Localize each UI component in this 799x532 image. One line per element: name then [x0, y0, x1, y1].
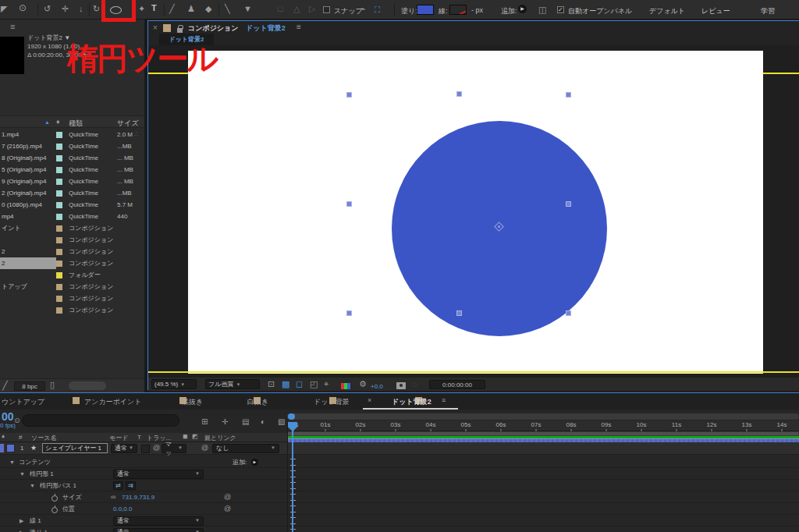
region-of-interest-icon[interactable]: ◰: [310, 380, 318, 388]
puppet-pin-tool-icon[interactable]: ▼: [243, 5, 252, 13]
selection-handle[interactable]: [346, 310, 352, 316]
rotation-tool-icon[interactable]: ↻: [93, 5, 100, 13]
selection-handle[interactable]: [566, 201, 571, 207]
exposure-gear-icon[interactable]: ⚙: [359, 380, 367, 388]
stroke-width-value[interactable]: - px: [471, 6, 483, 14]
add-property-button[interactable]: ▶: [251, 459, 258, 466]
group-blend-mode-dropdown[interactable]: 通常▼: [113, 470, 204, 479]
selection-handle[interactable]: [566, 310, 571, 316]
panel-menu-icon[interactable]: ≡: [297, 23, 301, 31]
stopwatch-icon[interactable]: [51, 495, 58, 502]
selection-handle[interactable]: [566, 92, 571, 98]
fill-blend-mode-dropdown[interactable]: 通常▼: [113, 528, 204, 532]
magnification-dropdown[interactable]: (49.5 %)▼: [151, 379, 197, 389]
project-row[interactable]: mp4QuickTime440: [0, 211, 144, 222]
auto-open-panels-checkbox[interactable]: [557, 6, 564, 13]
text-tool-icon[interactable]: T: [151, 4, 157, 12]
transfer-modes-icon[interactable]: ◩: [192, 434, 198, 440]
project-row[interactable]: 5 (Original).mp4QuickTime... MB: [0, 164, 144, 176]
tab-menu-icon[interactable]: ≡: [442, 396, 446, 404]
motion-blur-icon[interactable]: ◐: [261, 417, 265, 426]
resolution-dropdown[interactable]: フル画質▼: [205, 379, 260, 389]
expander-icon[interactable]: ▼: [9, 456, 15, 468]
add-play-button[interactable]: ▶: [518, 5, 527, 13]
bit-depth-button[interactable]: 8 bpc: [14, 381, 45, 391]
parent-link-column-header[interactable]: 親とリンク: [204, 434, 236, 442]
selection-handle[interactable]: [346, 201, 352, 207]
project-row[interactable]: コンポジション: [0, 304, 144, 316]
crop-region-icon[interactable]: ⌖: [324, 380, 328, 388]
project-row[interactable]: 9 (Original).mp4QuickTime... MB: [0, 176, 144, 187]
pan-camera-tool-icon[interactable]: ✛: [62, 5, 69, 13]
ellipse-path-row[interactable]: ▼ 楕円形パス 1 ⇄ ⇉: [0, 480, 799, 491]
snap-checkbox[interactable]: [323, 6, 330, 13]
tab-anchorpoint[interactable]: アンカーポイント: [84, 397, 141, 407]
timeline-scrollbar-thumb[interactable]: [288, 413, 295, 420]
project-row[interactable]: 0 (1080p).mp4QuickTime5.7 M: [0, 199, 144, 211]
fill-group-row[interactable]: ▶ 塗り 1 通常▼: [0, 527, 799, 532]
panel-layout-icon[interactable]: ◫: [538, 5, 546, 14]
path-direction-icon[interactable]: ⇉: [126, 481, 136, 490]
project-row[interactable]: 2 (Original).mp4QuickTime...MB: [0, 187, 144, 199]
layer-color-label[interactable]: [6, 444, 15, 452]
stopwatch-icon[interactable]: [51, 507, 58, 513]
brush-tool-icon[interactable]: ╱: [169, 5, 175, 13]
choose-grid-icon[interactable]: ⊡: [268, 380, 275, 388]
draft-3d-icon[interactable]: ✛: [222, 417, 228, 426]
selected-comp-name[interactable]: ドット背景2 ▼: [27, 34, 70, 42]
selection-handle[interactable]: [456, 310, 462, 316]
layer-row[interactable]: 1 ★ シェイプレイヤー 1 通常▼ @ マッ▼ @ なし▼: [0, 442, 799, 455]
panel-menu-icon[interactable]: ≡: [10, 22, 15, 31]
type-column-header[interactable]: 種類: [69, 119, 83, 129]
trkmat-pick-whip-icon[interactable]: @: [153, 442, 160, 454]
mode-column-header[interactable]: モード: [109, 434, 128, 442]
transparency-grid-icon[interactable]: ▩: [282, 380, 289, 388]
clone-stamp-tool-icon[interactable]: ♟: [187, 5, 195, 13]
ellipse-group-row[interactable]: ▼ 楕円形 1 通常▼: [0, 468, 799, 480]
tab-shironuki[interactable]: 白抜き: [247, 397, 268, 407]
project-row[interactable]: 7 (2160p).mp4QuickTime...MB: [0, 140, 144, 152]
current-timecode[interactable]: 00: [2, 410, 14, 423]
blend-mode-dropdown[interactable]: 通常▼: [111, 444, 137, 453]
mini-flowchart-icon[interactable]: ⊞: [201, 417, 208, 426]
tab-countup[interactable]: ウントアップ: [2, 397, 44, 407]
size-value[interactable]: 731.9,731.9: [122, 491, 154, 503]
sort-ascending-icon[interactable]: ▲: [44, 119, 50, 125]
parent-pick-whip-icon[interactable]: @: [201, 442, 208, 454]
viewer-timecode[interactable]: 0:00:00:00: [429, 380, 485, 389]
tab-dot-bg2-active[interactable]: ドット背景2: [392, 397, 431, 407]
label-column-icon[interactable]: ♦: [56, 119, 60, 126]
timeline-column-divider[interactable]: [287, 420, 288, 532]
project-row[interactable]: イントコンポジション: [0, 222, 144, 234]
stroke-blend-mode-dropdown[interactable]: 通常▼: [113, 516, 204, 526]
number-column-header[interactable]: #: [19, 434, 22, 441]
path-direction-icon[interactable]: ⇄: [113, 481, 123, 490]
position-property-row[interactable]: 位置 0.0,0.0 @: [0, 503, 799, 515]
position-value[interactable]: 0.0,0.0: [113, 503, 132, 515]
source-name-column-header[interactable]: ソース名: [31, 434, 56, 442]
project-row-selected[interactable]: 2コンポジション: [0, 257, 144, 269]
contents-row[interactable]: ▼ コンテンツ 追加: ▶: [0, 456, 799, 468]
size-property-row[interactable]: サイズ ∞ 731.9,731.9 @: [0, 491, 799, 503]
lock-icon[interactable]: [177, 28, 183, 33]
stroke-color-swatch[interactable]: [449, 5, 467, 15]
close-tab-icon[interactable]: ×: [368, 396, 371, 404]
time-ruler[interactable]: 00s 01s 02s 03s 04s 05s 06s 07s 08s 09s …: [287, 420, 799, 431]
layer-name-input[interactable]: シェイプレイヤー 1: [42, 443, 108, 453]
expander-icon[interactable]: ▶: [20, 527, 23, 532]
expander-icon[interactable]: ▼: [20, 468, 25, 480]
snapshot-camera-icon[interactable]: [396, 382, 406, 389]
zoom-tool-icon[interactable]: ⊙: [19, 3, 27, 12]
interpret-footage-icon[interactable]: ╱: [2, 381, 8, 390]
eraser-tool-icon[interactable]: ◆: [205, 5, 211, 13]
project-row[interactable]: 8 (Original).mp4QuickTime... MB: [0, 152, 144, 164]
exposure-value[interactable]: +0.0: [371, 380, 383, 393]
project-row[interactable]: フォルダー: [0, 269, 144, 281]
playhead-line[interactable]: [292, 422, 293, 532]
trash-icon[interactable]: ▯: [50, 381, 55, 389]
project-row[interactable]: トアップコンポジション: [0, 281, 144, 293]
dolly-camera-tool-icon[interactable]: ↓: [79, 5, 83, 13]
frame-blend-icon[interactable]: ▤: [242, 417, 249, 426]
close-panel-icon[interactable]: ×: [153, 23, 158, 32]
parent-dropdown[interactable]: なし▼: [212, 444, 279, 453]
